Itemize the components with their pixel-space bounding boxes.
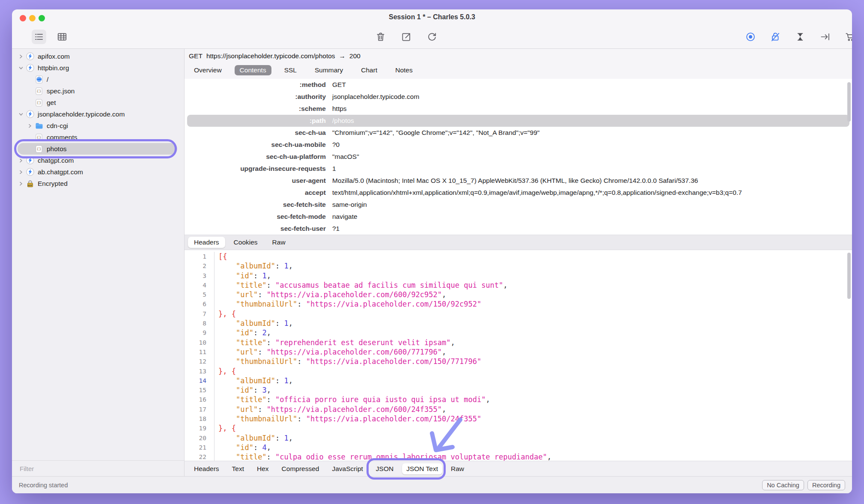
sidebar-item-cdn-cgi[interactable]: cdn-cgi xyxy=(12,120,184,131)
code-line: 11 "url": "https://via.placeholder.com/6… xyxy=(185,347,852,357)
sidebar-item-label: cdn-cgi xyxy=(47,122,68,130)
sidebar-item-chatgpt-com[interactable]: chatgpt.com xyxy=(12,155,184,166)
globe-doc-icon xyxy=(35,75,43,84)
tab-compressed[interactable]: Compressed xyxy=(277,463,324,474)
request-status: 200 xyxy=(349,52,360,60)
headers-scrollbar[interactable] xyxy=(847,82,851,122)
sidebar-item-ab-chatgpt-com[interactable]: ab.chatgpt.com xyxy=(12,166,184,178)
tab-summary[interactable]: Summary xyxy=(310,65,348,75)
header-row-path[interactable]: :path/photos xyxy=(187,115,849,127)
tab-chart[interactable]: Chart xyxy=(356,65,382,75)
trash-icon xyxy=(375,31,386,42)
tab-headers[interactable]: Headers xyxy=(188,237,225,248)
header-row-sec-ch-ua-platform[interactable]: sec-ch-ua-platform"macOS" xyxy=(185,151,852,163)
request-detail-pane: GET https://jsonplaceholder.typicode.com… xyxy=(185,49,852,476)
badge-no-caching[interactable]: No Caching xyxy=(762,480,804,490)
line-content: "title": "officia porro iure quia iusto … xyxy=(215,395,490,404)
header-row-sec-fetch-site[interactable]: sec-fetch-sitesame-origin xyxy=(185,199,852,211)
hourglass-button[interactable] xyxy=(793,30,807,44)
bolt-icon xyxy=(26,156,34,164)
header-value: ?1 xyxy=(332,225,340,233)
tab-ssl[interactable]: SSL xyxy=(279,65,302,75)
tab-overview[interactable]: Overview xyxy=(189,65,227,75)
header-row-scheme[interactable]: :schemehttps xyxy=(185,103,852,115)
ssl-lock-slash-button[interactable] xyxy=(768,30,783,44)
tab-headers[interactable]: Headers xyxy=(190,463,223,474)
code-line: 21 "id": 4, xyxy=(185,443,852,452)
header-value: navigate xyxy=(332,213,358,221)
cart-button[interactable] xyxy=(843,30,852,44)
header-row-accept[interactable]: accepttext/html,application/xhtml+xml,ap… xyxy=(185,187,852,199)
chevron-closed-icon[interactable] xyxy=(18,158,24,163)
tab-javascript[interactable]: JavaScript xyxy=(328,463,367,474)
sidebar-item-jsonplaceholder-typicode-com[interactable]: jsonplaceholder.typicode.com xyxy=(12,108,184,120)
header-row-user-agent[interactable]: user-agentMozilla/5.0 (Macintosh; Intel … xyxy=(185,175,852,187)
status-message: Recording started xyxy=(19,482,68,489)
header-row-sec-ch-ua[interactable]: sec-ch-ua"Chromium";v="142", "Google Chr… xyxy=(185,127,852,139)
line-number: 18 xyxy=(185,414,215,423)
refresh-button[interactable] xyxy=(425,30,439,44)
header-value: 1 xyxy=(332,165,336,173)
header-value: Mozilla/5.0 (Macintosh; Intel Mac OS X 1… xyxy=(332,177,698,185)
tab-json[interactable]: JSON xyxy=(372,463,398,474)
structure-view-icon xyxy=(57,31,68,42)
body-scrollbar[interactable] xyxy=(847,253,851,299)
tab-text[interactable]: Text xyxy=(228,463,248,474)
line-number: 14 xyxy=(185,376,215,385)
line-number: 8 xyxy=(185,319,215,328)
tab-json-text[interactable]: JSON Text xyxy=(402,463,442,474)
tab-hex[interactable]: Hex xyxy=(253,463,273,474)
header-row-authority[interactable]: :authorityjsonplaceholder.typicode.com xyxy=(185,91,852,103)
line-number: 2 xyxy=(185,261,215,271)
header-row-upgrade-insecure-requests[interactable]: upgrade-insecure-requests1 xyxy=(185,163,852,175)
header-key: :path xyxy=(187,117,326,125)
line-number: 15 xyxy=(185,385,215,395)
sequence-view-button[interactable] xyxy=(32,30,46,44)
sidebar-item-apifox-com[interactable]: apifox.com xyxy=(12,51,184,62)
titlebar: Session 1 * – Charles 5.0.3 xyxy=(12,9,852,26)
sidebar-item-photos[interactable]: {}photos xyxy=(12,143,184,155)
chevron-open-icon[interactable] xyxy=(18,66,24,71)
chevron-closed-icon[interactable] xyxy=(18,181,24,186)
sidebar-item-label: ab.chatgpt.com xyxy=(38,168,83,176)
header-key: upgrade-insecure-requests xyxy=(185,165,326,173)
arrow-to-bar-button[interactable] xyxy=(818,30,832,44)
line-content: "id": 3, xyxy=(215,385,271,395)
chevron-closed-icon[interactable] xyxy=(18,170,24,175)
code-line: 5 "url": "https://via.placeholder.com/60… xyxy=(185,290,852,299)
header-row-sec-ch-ua-mobile[interactable]: sec-ch-ua-mobile?0 xyxy=(185,139,852,151)
line-content: "title": "accusamus beatae ad facilis cu… xyxy=(215,280,508,290)
record-button[interactable] xyxy=(743,30,758,44)
code-line: 16 "title": "officia porro iure quia ius… xyxy=(185,395,852,404)
structure-view-button[interactable] xyxy=(55,30,69,44)
tab-contents[interactable]: Contents xyxy=(235,65,271,75)
header-row-sec-fetch-mode[interactable]: sec-fetch-modenavigate xyxy=(185,211,852,223)
sidebar-item-item[interactable]: / xyxy=(12,74,184,85)
line-number: 12 xyxy=(185,357,215,366)
tab-raw[interactable]: Raw xyxy=(447,463,468,474)
sidebar-item-label: chatgpt.com xyxy=(38,157,74,164)
sidebar-item-comments[interactable]: {}comments xyxy=(12,131,184,143)
tab-notes[interactable]: Notes xyxy=(390,65,418,75)
badge-recording[interactable]: Recording xyxy=(807,480,845,490)
sidebar-item-spec-json[interactable]: {}spec.json xyxy=(12,85,184,97)
line-number: 5 xyxy=(185,290,215,299)
tab-cookies[interactable]: Cookies xyxy=(228,237,264,248)
svg-text:{}: {} xyxy=(37,147,42,151)
header-value: text/html,application/xhtml+xml,applicat… xyxy=(332,189,742,197)
chevron-closed-icon[interactable] xyxy=(27,123,33,128)
header-value: /photos xyxy=(332,117,354,125)
trash-button[interactable] xyxy=(373,30,388,44)
sidebar-item-encrypted[interactable]: Encrypted xyxy=(12,178,184,189)
header-row-sec-fetch-user[interactable]: sec-fetch-user?1 xyxy=(185,223,852,235)
compose-button[interactable] xyxy=(399,30,414,44)
header-row-method[interactable]: :methodGET xyxy=(185,79,852,91)
sidebar-item-httpbin-org[interactable]: httpbin.org xyxy=(12,62,184,74)
ssl-lock-slash-icon xyxy=(770,31,781,42)
header-key: accept xyxy=(185,189,326,197)
tab-raw[interactable]: Raw xyxy=(266,237,292,248)
chevron-open-icon[interactable] xyxy=(18,112,24,117)
filter-input[interactable] xyxy=(19,465,177,473)
sidebar-item-get[interactable]: {}get xyxy=(12,97,184,108)
chevron-closed-icon[interactable] xyxy=(18,54,24,59)
